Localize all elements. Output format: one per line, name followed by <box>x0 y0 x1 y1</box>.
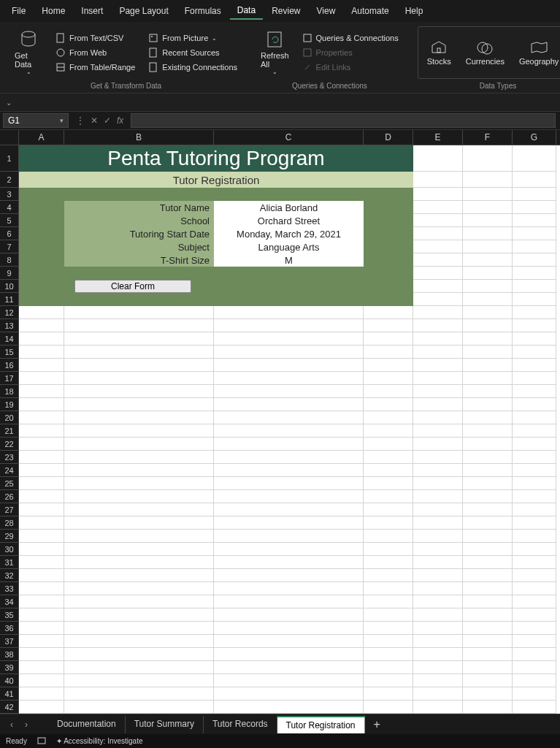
row-header-16[interactable]: 16 <box>0 359 19 372</box>
sheet-tab-tutor-records[interactable]: Tutor Records <box>204 716 277 733</box>
row-header-3[interactable]: 3 <box>0 188 19 201</box>
field-label: School <box>64 214 214 227</box>
properties-icon <box>302 47 312 58</box>
row-header-13[interactable]: 13 <box>0 319 19 332</box>
menu-help[interactable]: Help <box>398 3 431 19</box>
field-value-input[interactable]: Monday, March 29, 2021 <box>214 227 364 240</box>
column-header-D[interactable]: D <box>364 130 413 145</box>
accessibility-status[interactable]: ✦ Accessibility: Investigate <box>56 737 143 745</box>
row-header-20[interactable]: 20 <box>0 411 19 424</box>
row-header-25[interactable]: 25 <box>0 477 19 490</box>
sheet-tab-documentation[interactable]: Documentation <box>48 716 126 733</box>
row-header-8[interactable]: 8 <box>0 253 19 267</box>
row-header-31[interactable]: 31 <box>0 556 19 569</box>
row-header-38[interactable]: 38 <box>0 648 19 661</box>
row-header-40[interactable]: 40 <box>0 674 19 687</box>
fx-icon[interactable]: fx <box>117 115 123 126</box>
from-text-csv-button[interactable]: From Text/CSV <box>51 31 139 45</box>
row-header-4[interactable]: 4 <box>0 201 19 214</box>
menu-formulas[interactable]: Formulas <box>177 3 229 19</box>
menu-file[interactable]: File <box>4 3 33 19</box>
recent-sources-button[interactable]: Recent Sources <box>144 46 242 59</box>
row-header-35[interactable]: 35 <box>0 608 19 622</box>
field-value-input[interactable]: Alicia Borland <box>214 201 364 214</box>
row-header-6[interactable]: 6 <box>0 227 19 240</box>
svg-rect-15 <box>38 738 45 744</box>
queries-connections-button[interactable]: Queries & Connections <box>298 31 403 45</box>
row-header-36[interactable]: 36 <box>0 622 19 635</box>
sheet-tab-tutor-registration[interactable]: Tutor Registration <box>277 716 365 733</box>
from-table-range-button[interactable]: From Table/Range <box>51 61 139 74</box>
row-header-2[interactable]: 2 <box>0 172 19 188</box>
add-sheet-button[interactable]: + <box>365 718 389 731</box>
row-header-34[interactable]: 34 <box>0 595 19 608</box>
row-header-27[interactable]: 27 <box>0 503 19 516</box>
menu-automate[interactable]: Automate <box>344 3 396 19</box>
enter-icon[interactable]: ✓ <box>104 115 111 126</box>
stocks-datatype[interactable]: Stocks <box>420 38 459 67</box>
row-header-7[interactable]: 7 <box>0 240 19 253</box>
row-header-29[interactable]: 29 <box>0 530 19 543</box>
row-header-24[interactable]: 24 <box>0 464 19 477</box>
column-header-E[interactable]: E <box>413 130 463 145</box>
row-header-33[interactable]: 33 <box>0 582 19 595</box>
menu-data[interactable]: Data <box>230 2 263 20</box>
tab-nav-prev[interactable]: ‹ <box>4 720 19 730</box>
existing-connections-button[interactable]: Existing Connections <box>144 61 242 74</box>
row-header-32[interactable]: 32 <box>0 569 19 582</box>
field-value-input[interactable]: Language Arts <box>214 240 364 253</box>
get-data-button[interactable]: Get Data ⌄ <box>10 27 47 78</box>
row-header-37[interactable]: 37 <box>0 635 19 648</box>
row-header-5[interactable]: 5 <box>0 214 19 227</box>
select-all-corner[interactable] <box>0 130 19 145</box>
from-picture-button[interactable]: From Picture ⌄ <box>144 31 242 45</box>
row-header-41[interactable]: 41 <box>0 687 19 701</box>
row-header-42[interactable]: 42 <box>0 701 19 714</box>
row-header-30[interactable]: 30 <box>0 543 19 556</box>
row-header-18[interactable]: 18 <box>0 385 19 398</box>
row-header-23[interactable]: 23 <box>0 451 19 464</box>
grid[interactable]: Penta Tutoring ProgramTutor Registration… <box>19 145 560 714</box>
fbar-menu-icon[interactable]: ⋮ <box>76 115 85 126</box>
ribbon-collapse-chevron[interactable]: ⌄ <box>6 99 12 107</box>
column-header-B[interactable]: B <box>64 130 214 145</box>
row-header-26[interactable]: 26 <box>0 490 19 503</box>
geography-datatype[interactable]: Geography <box>512 38 560 67</box>
row-header-22[interactable]: 22 <box>0 438 19 451</box>
cancel-icon[interactable]: ✕ <box>91 115 98 126</box>
svg-rect-7 <box>150 48 156 57</box>
menu-insert[interactable]: Insert <box>74 3 110 19</box>
field-value-input[interactable]: M <box>214 253 364 267</box>
row-header-1[interactable]: 1 <box>0 145 19 172</box>
row-header-11[interactable]: 11 <box>0 293 19 306</box>
field-value-input[interactable]: Orchard Street <box>214 214 364 227</box>
refresh-all-button[interactable]: Refresh All ⌄ <box>256 27 294 78</box>
currencies-datatype[interactable]: Currencies <box>459 38 512 67</box>
column-header-F[interactable]: F <box>463 130 513 145</box>
menu-view[interactable]: View <box>310 3 343 19</box>
row-header-28[interactable]: 28 <box>0 516 19 530</box>
row-header-21[interactable]: 21 <box>0 424 19 438</box>
row-header-10[interactable]: 10 <box>0 280 19 293</box>
menu-review[interactable]: Review <box>264 3 307 19</box>
tab-nav-next[interactable]: › <box>19 720 34 730</box>
sheet-tab-tutor-summary[interactable]: Tutor Summary <box>126 716 204 733</box>
clear-form-button[interactable]: Clear Form <box>74 280 191 293</box>
name-box[interactable]: G1▾ <box>3 113 69 128</box>
column-header-G[interactable]: G <box>513 130 556 145</box>
row-header-15[interactable]: 15 <box>0 346 19 359</box>
column-header-A[interactable]: A <box>19 130 64 145</box>
svg-point-6 <box>151 36 153 37</box>
row-header-12[interactable]: 12 <box>0 306 19 319</box>
row-header-39[interactable]: 39 <box>0 661 19 674</box>
row-header-9[interactable]: 9 <box>0 267 19 280</box>
menu-home[interactable]: Home <box>34 3 72 19</box>
from-web-button[interactable]: From Web <box>51 46 139 59</box>
row-header-19[interactable]: 19 <box>0 398 19 411</box>
menu-page-layout[interactable]: Page Layout <box>112 3 175 19</box>
row-header-17[interactable]: 17 <box>0 372 19 385</box>
column-header-C[interactable]: C <box>214 130 364 145</box>
formula-input[interactable] <box>131 113 556 128</box>
row-header-14[interactable]: 14 <box>0 332 19 346</box>
macro-record-icon[interactable] <box>37 737 46 746</box>
